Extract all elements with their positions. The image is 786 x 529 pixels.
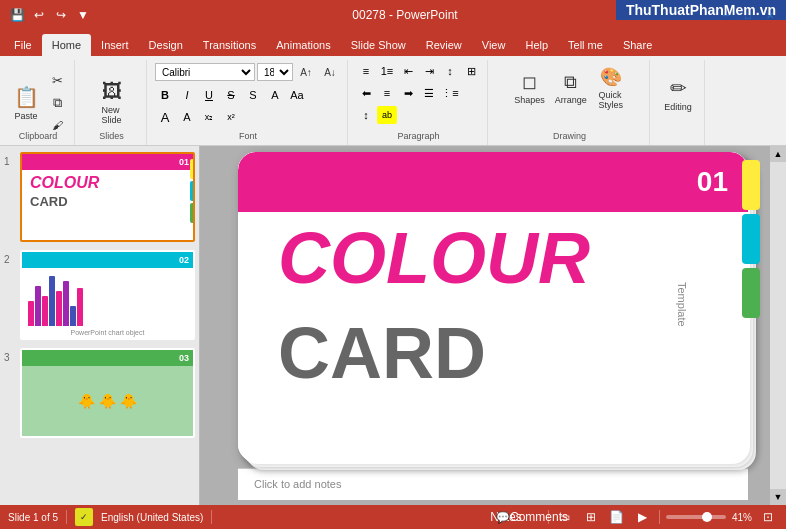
align-right-button[interactable]: ➡ bbox=[398, 84, 418, 102]
slide-info: Slide 1 of 5 bbox=[8, 512, 58, 523]
zoom-thumb[interactable] bbox=[702, 512, 712, 522]
tab-view[interactable]: View bbox=[472, 34, 516, 56]
notes-bar[interactable]: Click to add notes bbox=[238, 468, 748, 500]
redo-icon[interactable]: ↪ bbox=[52, 6, 70, 24]
copy-button[interactable]: ⧉ bbox=[46, 93, 68, 113]
columns-button[interactable]: ⋮≡ bbox=[440, 84, 460, 102]
normal-view-btn[interactable]: ▭ bbox=[555, 508, 575, 526]
new-slide-button[interactable]: 🖼 NewSlide bbox=[87, 74, 137, 132]
zoom-slider[interactable] bbox=[666, 515, 726, 519]
slide-side-tabs bbox=[742, 160, 760, 318]
cut-button[interactable]: ✂ bbox=[46, 71, 68, 91]
drawing-label: Drawing bbox=[490, 131, 649, 141]
bold-button[interactable]: B bbox=[155, 86, 175, 104]
char-spacing-button[interactable]: A bbox=[265, 86, 285, 104]
tab-insert[interactable]: Insert bbox=[91, 34, 139, 56]
drawing-group: ◻ Shapes ⧉ Arrange 🎨 QuickStyles Drawing bbox=[490, 60, 650, 145]
slide2-header: 02 bbox=[22, 252, 193, 268]
shadow-button[interactable]: S bbox=[243, 86, 263, 104]
tab-file[interactable]: File bbox=[4, 34, 42, 56]
text-direction-button[interactable]: ↕ bbox=[440, 62, 460, 80]
convert-to-smartart-button[interactable]: ⊞ bbox=[461, 62, 481, 80]
side-tab-cyan bbox=[742, 214, 760, 264]
slideshow-btn[interactable]: ▶ bbox=[633, 508, 653, 526]
list-row: ≡ 1≡ ⇤ ⇥ ↕ ⊞ bbox=[356, 62, 481, 80]
text-highlight-button[interactable]: ab bbox=[377, 106, 397, 124]
status-bar: Slide 1 of 5 ✓ English (United States) N… bbox=[0, 505, 786, 529]
slide-number-1: 1 bbox=[4, 156, 16, 167]
slide-number-2: 2 bbox=[4, 254, 16, 265]
title-bar-left: 💾 ↩ ↪ ▼ bbox=[8, 6, 92, 24]
bar2 bbox=[35, 286, 41, 326]
card-text: CARD bbox=[278, 317, 486, 389]
align-center-button[interactable]: ≡ bbox=[377, 84, 397, 102]
italic-button[interactable]: I bbox=[177, 86, 197, 104]
ribbon-tabs: File Home Insert Design Transitions Anim… bbox=[0, 30, 786, 56]
tab-animations[interactable]: Animations bbox=[266, 34, 340, 56]
save-icon[interactable]: 💾 bbox=[8, 6, 26, 24]
tab-transitions[interactable]: Transitions bbox=[193, 34, 266, 56]
reading-view-btn[interactable]: 📄 bbox=[607, 508, 627, 526]
tab-help[interactable]: Help bbox=[515, 34, 558, 56]
tab-design[interactable]: Design bbox=[139, 34, 193, 56]
font-name-select[interactable]: Calibri bbox=[155, 63, 255, 81]
paste-button[interactable]: 📋 Paste bbox=[8, 74, 44, 132]
slide-item-1[interactable]: 1 01 COLOUR CARD bbox=[4, 152, 195, 242]
close-btn[interactable]: ✕ bbox=[762, 7, 778, 23]
editing-button[interactable]: ✏ Editing bbox=[660, 64, 696, 124]
vertical-scrollbar[interactable]: ▲ ▼ bbox=[770, 146, 786, 505]
numbering-button[interactable]: 1≡ bbox=[377, 62, 397, 80]
tab-slideshow[interactable]: Slide Show bbox=[341, 34, 416, 56]
justify-button[interactable]: ☰ bbox=[419, 84, 439, 102]
slide-thumb-1[interactable]: 01 COLOUR CARD bbox=[20, 152, 195, 242]
slide-item-2[interactable]: 2 02 PowerPoin bbox=[4, 250, 195, 340]
increase-indent-button[interactable]: ⇥ bbox=[419, 62, 439, 80]
change-case-button[interactable]: Aa bbox=[287, 86, 307, 104]
quick-styles-button[interactable]: 🎨 QuickStyles bbox=[593, 62, 629, 114]
increase-font-btn[interactable]: A↑ bbox=[295, 62, 317, 82]
customize-icon[interactable]: ▼ bbox=[74, 6, 92, 24]
slides-label: Slides bbox=[77, 131, 146, 141]
arrange-button[interactable]: ⧉ Arrange bbox=[551, 62, 591, 114]
subscript-button[interactable]: x₂ bbox=[199, 108, 219, 126]
font-size-select[interactable]: 18 bbox=[257, 63, 293, 81]
zoom-fit-btn[interactable]: ⊡ bbox=[758, 508, 778, 526]
slide-thumb-3[interactable]: 03 🐥 🐥 🐥 bbox=[20, 348, 195, 438]
undo-icon[interactable]: ↩ bbox=[30, 6, 48, 24]
divider4 bbox=[659, 510, 660, 524]
bullets-button[interactable]: ≡ bbox=[356, 62, 376, 80]
spell-check-icon[interactable]: ✓ bbox=[75, 508, 93, 526]
font-size-big-button[interactable]: A bbox=[177, 108, 197, 126]
tab-home[interactable]: Home bbox=[42, 34, 91, 56]
tab-review[interactable]: Review bbox=[416, 34, 472, 56]
slide-item-3[interactable]: 3 03 🐥 🐥 🐥 bbox=[4, 348, 195, 438]
divider3 bbox=[548, 510, 549, 524]
scroll-up-btn[interactable]: ▲ bbox=[770, 146, 786, 162]
underline-button[interactable]: U bbox=[199, 86, 219, 104]
slide-thumb-2[interactable]: 02 PowerPoint chart object bbox=[20, 250, 195, 340]
scroll-down-btn[interactable]: ▼ bbox=[770, 489, 786, 505]
decrease-indent-button[interactable]: ⇤ bbox=[398, 62, 418, 80]
strikethrough-button[interactable]: S bbox=[221, 86, 241, 104]
slide-main-content: 01 COLOUR CARD Template bbox=[238, 152, 748, 462]
comments-btn[interactable]: 💬 Comments bbox=[522, 508, 542, 526]
window-title: 00278 - PowerPoint bbox=[352, 8, 457, 22]
shapes-button[interactable]: ◻ Shapes bbox=[510, 62, 549, 114]
bar4 bbox=[49, 276, 55, 326]
tab-share[interactable]: Share bbox=[613, 34, 662, 56]
slide3-header: 03 bbox=[22, 350, 193, 366]
tab-tellme[interactable]: Tell me bbox=[558, 34, 613, 56]
paragraph-label: Paragraph bbox=[350, 131, 487, 141]
align-left-button[interactable]: ⬅ bbox=[356, 84, 376, 102]
slide-sorter-btn[interactable]: ⊞ bbox=[581, 508, 601, 526]
line-spacing-button[interactable]: ↕ bbox=[356, 106, 376, 124]
decrease-font-btn[interactable]: A↓ bbox=[319, 62, 341, 82]
main-slide[interactable]: 01 COLOUR CARD Template bbox=[238, 152, 748, 462]
maximize-btn[interactable]: □ bbox=[740, 7, 756, 23]
title-bar: 💾 ↩ ↪ ▼ 00278 - PowerPoint ─ □ ✕ bbox=[0, 0, 786, 30]
slide1-tab-green bbox=[190, 203, 195, 223]
font-color-button[interactable]: A bbox=[155, 108, 175, 126]
superscript-button[interactable]: x² bbox=[221, 108, 241, 126]
bar1 bbox=[28, 301, 34, 326]
minimize-btn[interactable]: ─ bbox=[718, 7, 734, 23]
